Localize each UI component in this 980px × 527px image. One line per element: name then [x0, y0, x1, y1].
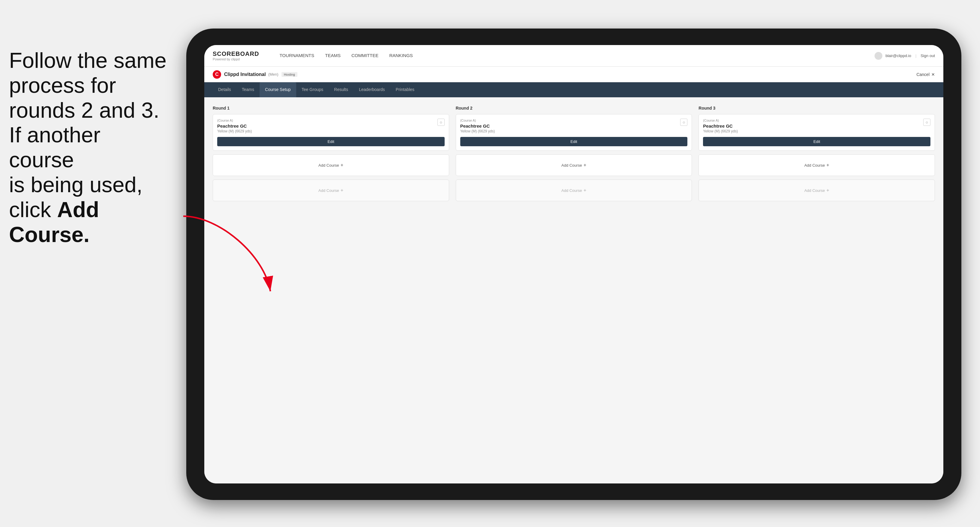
round-2-label: Round 2	[456, 106, 692, 111]
tab-details[interactable]: Details	[213, 82, 236, 97]
course-tag-r3: (Course A)	[703, 119, 738, 122]
course-info-r2: (Course A) Peachtree GC Yellow (M) (6629…	[460, 119, 495, 137]
round-3-label: Round 3	[698, 106, 935, 111]
add-course-slot-2-round2: Add Course +	[456, 179, 692, 201]
plus-icon-r2: +	[584, 162, 586, 168]
tab-tee-groups[interactable]: Tee Groups	[296, 82, 329, 97]
add-course-text-r2-disabled: Add Course +	[561, 188, 586, 193]
add-course-text-r3-disabled: Add Course +	[804, 188, 829, 193]
cancel-icon: ✕	[931, 72, 935, 77]
plus-icon-r3: +	[826, 162, 829, 168]
plus-icon-disabled: +	[340, 188, 343, 193]
logo-main-text: SCOREBOARD	[213, 51, 259, 57]
card-header: (Course A) Peachtree GC Yellow (M) (6629…	[217, 119, 445, 137]
remove-course-button-r3[interactable]: ○	[923, 119, 931, 126]
nav-teams[interactable]: TEAMS	[320, 45, 346, 67]
plus-icon-r3-disabled: +	[826, 188, 829, 193]
course-info-r3: (Course A) Peachtree GC Yellow (M) (6629…	[703, 119, 738, 137]
cancel-button[interactable]: Cancel ✕	[916, 72, 935, 77]
round-1-label: Round 1	[213, 106, 449, 111]
remove-course-button-r2[interactable]: ○	[680, 119, 687, 126]
nav-right: blair@clippd.io | Sign out	[875, 52, 935, 60]
card-header-r2: (Course A) Peachtree GC Yellow (M) (6629…	[460, 119, 688, 137]
top-nav: SCOREBOARD Powered by clippd TOURNAMENTS…	[204, 45, 943, 67]
tournament-type: (Men)	[268, 72, 278, 76]
tab-teams[interactable]: Teams	[236, 82, 259, 97]
nav-committee[interactable]: COMMITTEE	[346, 45, 384, 67]
nav-tournaments[interactable]: TOURNAMENTS	[274, 45, 320, 67]
sub-header: C Clippd Invitational (Men) Hosting Canc…	[204, 67, 943, 82]
hosting-badge: Hosting	[282, 72, 298, 77]
add-course-slot-1-round1[interactable]: Add Course +	[213, 154, 449, 176]
round-3-column: Round 3 (Course A) Peachtree GC Yellow (…	[698, 106, 935, 205]
course-details-r3: Yellow (M) (6629 yds)	[703, 129, 738, 133]
add-course-slot-2-round1: Add Course +	[213, 179, 449, 201]
remove-course-button[interactable]: ○	[438, 119, 445, 126]
round-1-course-card: (Course A) Peachtree GC Yellow (M) (6629…	[213, 114, 449, 151]
course-tag: (Course A)	[217, 119, 252, 122]
tablet-screen: SCOREBOARD Powered by clippd TOURNAMENTS…	[204, 45, 943, 483]
scoreboard-logo: SCOREBOARD Powered by clippd	[213, 51, 259, 61]
card-header-r3: (Course A) Peachtree GC Yellow (M) (6629…	[703, 119, 931, 137]
tab-course-setup[interactable]: Course Setup	[259, 82, 296, 97]
tab-leaderboards[interactable]: Leaderboards	[353, 82, 390, 97]
edit-course-button-r3[interactable]: Edit	[703, 137, 931, 146]
plus-icon: +	[340, 162, 343, 168]
rounds-grid: Round 1 (Course A) Peachtree GC Yellow (…	[213, 106, 935, 205]
user-email: blair@clippd.io	[885, 54, 911, 58]
add-course-text-r3: Add Course +	[804, 162, 829, 168]
edit-course-button-r2[interactable]: Edit	[460, 137, 688, 146]
tournament-name: Clippd Invitational	[224, 72, 266, 77]
round-2-column: Round 2 (Course A) Peachtree GC Yellow (…	[456, 106, 692, 205]
plus-icon-r2-disabled: +	[584, 188, 586, 193]
tab-results[interactable]: Results	[329, 82, 353, 97]
round-2-course-card: (Course A) Peachtree GC Yellow (M) (6629…	[456, 114, 692, 151]
course-name-r3: Peachtree GC	[703, 124, 738, 129]
course-details: Yellow (M) (6629 yds)	[217, 129, 252, 133]
course-info: (Course A) Peachtree GC Yellow (M) (6629…	[217, 119, 252, 137]
add-course-slot-1-round2[interactable]: Add Course +	[456, 154, 692, 176]
edit-course-button[interactable]: Edit	[217, 137, 445, 146]
logo-sub-text: Powered by clippd	[213, 57, 259, 61]
nav-links: TOURNAMENTS TEAMS COMMITTEE RANKINGS	[274, 45, 875, 67]
main-content: Round 1 (Course A) Peachtree GC Yellow (…	[204, 97, 943, 483]
round-1-column: Round 1 (Course A) Peachtree GC Yellow (…	[213, 106, 449, 205]
tab-bar: Details Teams Course Setup Tee Groups Re…	[204, 82, 943, 97]
course-name: Peachtree GC	[217, 124, 252, 129]
add-course-slot-2-round3: Add Course +	[698, 179, 935, 201]
clippd-logo: C	[213, 70, 221, 79]
add-course-text-r2: Add Course +	[561, 162, 586, 168]
user-avatar	[875, 52, 882, 60]
course-details-r2: Yellow (M) (6629 yds)	[460, 129, 495, 133]
nav-rankings[interactable]: RANKINGS	[384, 45, 418, 67]
instruction-text: Follow the same process for rounds 2 and…	[0, 48, 177, 247]
add-course-slot-1-round3[interactable]: Add Course +	[698, 154, 935, 176]
add-course-text: Add Course +	[318, 162, 344, 168]
course-tag-r2: (Course A)	[460, 119, 495, 122]
tablet-device: SCOREBOARD Powered by clippd TOURNAMENTS…	[186, 29, 961, 500]
sign-out-link[interactable]: Sign out	[921, 54, 935, 58]
course-name-r2: Peachtree GC	[460, 124, 495, 129]
round-3-course-card: (Course A) Peachtree GC Yellow (M) (6629…	[698, 114, 935, 151]
tab-printables[interactable]: Printables	[390, 82, 420, 97]
add-course-text-disabled: Add Course +	[318, 188, 344, 193]
nav-divider: |	[915, 54, 916, 58]
